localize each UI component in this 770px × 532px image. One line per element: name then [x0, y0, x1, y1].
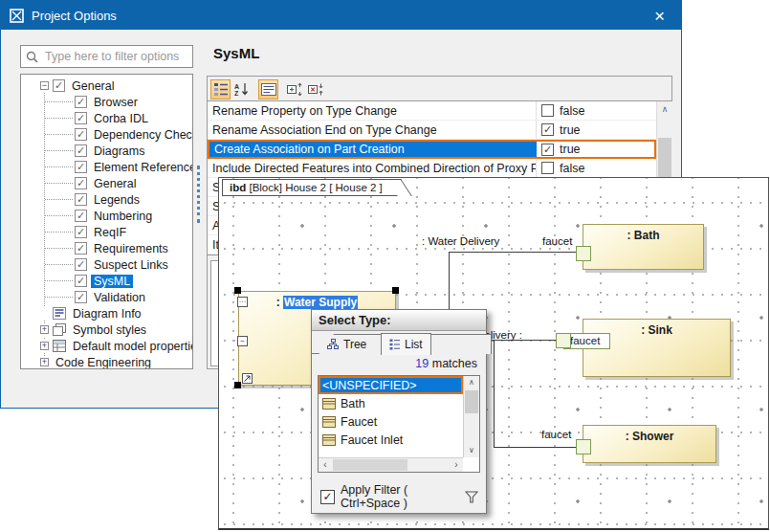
tree-checkbox[interactable]: ✓: [75, 161, 87, 173]
scroll-down-icon[interactable]: ∨: [464, 444, 479, 457]
connector-water-delivery-bath-v[interactable]: [449, 252, 450, 317]
type-list-item[interactable]: Faucet Inlet: [319, 431, 463, 449]
scroll-left-icon[interactable]: ‹: [319, 458, 332, 472]
selection-handle[interactable]: [234, 382, 241, 388]
tree-checkbox[interactable]: ✓: [75, 210, 87, 222]
faucet-label-shower[interactable]: faucet: [541, 429, 571, 440]
sort-alphabetically-icon: AZ: [234, 82, 250, 97]
show-description-button[interactable]: [258, 79, 278, 100]
tree-item-default-model-properties[interactable]: +Default model properties: [21, 338, 192, 354]
tree-item-numbering[interactable]: ✓Numbering: [21, 208, 192, 224]
option-row[interactable]: Create Association on Part Creation✓true: [208, 140, 656, 159]
option-label: Rename Association End on Type Change: [212, 123, 437, 137]
apply-filter-checkbox[interactable]: ✓: [320, 490, 335, 504]
dialog-titlebar[interactable]: Project Options ×: [1, 1, 681, 30]
faucet-label-bath[interactable]: faucet: [542, 235, 572, 247]
collapse-all-button[interactable]: [306, 79, 326, 100]
collapse-icon[interactable]: −: [40, 81, 49, 90]
tree-item-general[interactable]: ✓General: [21, 175, 192, 191]
sort-alphabetically-button[interactable]: AZ: [231, 79, 252, 100]
categorized-view-button[interactable]: [210, 79, 231, 100]
type-list-item-label: <UNSPECIFIED>: [322, 379, 417, 392]
port-sink-faucet[interactable]: [556, 333, 571, 348]
collapse-compartment-button[interactable]: −: [237, 336, 248, 346]
tree-item-requirements[interactable]: ✓Requirements: [21, 240, 192, 256]
diagram-tab[interactable]: ibd [Block] House 2 [ House 2 ]: [222, 179, 401, 196]
tree-item-reqif[interactable]: ✓ReqIF: [21, 224, 192, 240]
selection-handle[interactable]: [234, 287, 241, 294]
tree-item-element-references[interactable]: ✓Element References: [21, 159, 192, 175]
tree-item-dependency-checker[interactable]: ✓Dependency Checker: [21, 126, 192, 143]
type-list-hscrollbar[interactable]: ‹ ›: [319, 457, 463, 472]
tree-checkbox[interactable]: ✓: [75, 291, 87, 303]
tree-item-sysml[interactable]: ✓SysML: [21, 273, 192, 289]
tree-item-label: Symbol styles: [70, 323, 149, 337]
tree-checkbox[interactable]: ✓: [75, 144, 87, 157]
tree-item-diagrams[interactable]: ✓Diagrams: [21, 143, 192, 159]
part-bath[interactable]: : Bath: [583, 224, 704, 270]
option-value-checkbox[interactable]: [541, 104, 554, 117]
port-bath-faucet[interactable]: [576, 246, 591, 261]
part-water-supply-name[interactable]: : Water Supply: [239, 296, 395, 309]
filter-funnel-icon[interactable]: [465, 491, 478, 503]
tree-checkbox[interactable]: ✓: [75, 275, 87, 287]
tree-item-symbol-styles[interactable]: +Symbol styles: [21, 321, 192, 338]
tree-checkbox[interactable]: ✓: [75, 226, 87, 238]
scroll-up-icon[interactable]: ∧: [464, 376, 479, 389]
type-list-item[interactable]: Faucet: [319, 412, 463, 431]
expand-icon[interactable]: +: [40, 358, 49, 366]
option-row[interactable]: Rename Association End on Type Change✓tr…: [208, 121, 656, 140]
selection-handle[interactable]: [392, 287, 399, 294]
panel-splitter[interactable]: [197, 166, 200, 223]
tree-checkbox[interactable]: ✓: [75, 112, 87, 124]
search-input[interactable]: [43, 49, 187, 64]
type-list-item-label: Bath: [341, 397, 365, 410]
tree-item-suspect-links[interactable]: ✓Suspect Links: [21, 256, 192, 273]
tree-item-diagram-info[interactable]: Diagram Info: [21, 305, 192, 321]
tree-item-label: Diagrams: [91, 144, 148, 158]
tree-item-legends[interactable]: ✓Legends: [21, 191, 192, 208]
connector-water-delivery-bath-h[interactable]: [449, 252, 577, 253]
collapse-all-icon: [308, 82, 324, 97]
tree-checkbox[interactable]: ✓: [53, 79, 65, 92]
option-value-text: false: [560, 162, 584, 175]
tree-item-general[interactable]: −✓General: [21, 78, 192, 94]
tree-item-corba-idl[interactable]: ✓Corba IDL: [21, 110, 192, 126]
water-delivery-label[interactable]: : Water Delivery: [422, 235, 499, 247]
option-label: Rename Property on Type Change: [212, 104, 397, 118]
scroll-right-icon[interactable]: ›: [450, 458, 463, 472]
tree-checkbox[interactable]: ✓: [75, 96, 87, 108]
option-row[interactable]: Include Directed Features into Combined …: [208, 159, 656, 178]
tree-checkbox[interactable]: ✓: [75, 177, 87, 189]
port-shower-faucet[interactable]: [576, 439, 591, 454]
tree-item-browser[interactable]: ✓Browser: [21, 94, 192, 110]
edit-dots-button[interactable]: …: [237, 297, 248, 307]
type-list-item[interactable]: Bath: [319, 394, 463, 412]
tree-item-validation[interactable]: ✓Validation: [21, 289, 192, 305]
tree-checkbox[interactable]: ✓: [75, 258, 87, 271]
part-shower[interactable]: : Shower: [583, 425, 716, 463]
tab-list[interactable]: List: [381, 333, 431, 355]
expand-all-button[interactable]: [285, 79, 305, 100]
scrollbar-thumb[interactable]: [333, 459, 407, 471]
tree-checkbox[interactable]: ✓: [75, 193, 87, 206]
tree-checkbox[interactable]: ✓: [75, 128, 87, 141]
popup-title[interactable]: Select Type:: [312, 310, 486, 331]
option-value-checkbox[interactable]: ✓: [541, 123, 554, 136]
tree-checkbox[interactable]: ✓: [75, 242, 87, 255]
expand-icon[interactable]: +: [40, 325, 49, 334]
scrollbar-thumb[interactable]: [465, 390, 478, 413]
option-value-checkbox[interactable]: [541, 162, 554, 174]
type-list-item[interactable]: <UNSPECIFIED>: [319, 376, 463, 394]
scroll-up-icon[interactable]: ∧: [657, 101, 672, 117]
option-value-checkbox[interactable]: ✓: [541, 144, 554, 156]
search-icon: [26, 51, 38, 63]
option-row[interactable]: Rename Property on Type Changefalse: [208, 101, 656, 121]
type-list-vscrollbar[interactable]: ∧ ∨: [463, 376, 479, 457]
tree-item-code-engineering[interactable]: +Code Engineering: [21, 354, 192, 369]
connector-shower-h[interactable]: [494, 447, 577, 448]
expand-icon[interactable]: +: [40, 342, 49, 350]
filter-options-search[interactable]: [20, 45, 193, 68]
connector-shower-v[interactable]: [494, 340, 495, 448]
close-icon[interactable]: ×: [638, 1, 681, 30]
